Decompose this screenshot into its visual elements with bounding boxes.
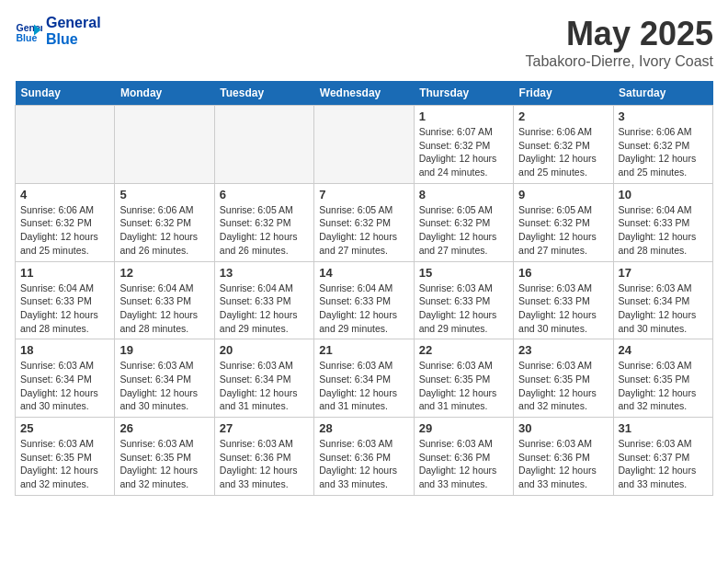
day-info: Sunrise: 6:03 AM Sunset: 6:34 PM Dayligh…: [220, 359, 309, 413]
calendar-cell: 26Sunrise: 6:03 AM Sunset: 6:35 PM Dayli…: [115, 418, 214, 496]
calendar-cell: [214, 106, 313, 184]
week-row-4: 18Sunrise: 6:03 AM Sunset: 6:34 PM Dayli…: [16, 339, 713, 418]
page-header: General Blue General Blue May 2025 Tabak…: [15, 15, 713, 70]
calendar-cell: 17Sunrise: 6:03 AM Sunset: 6:34 PM Dayli…: [613, 261, 712, 339]
week-row-3: 11Sunrise: 6:04 AM Sunset: 6:33 PM Dayli…: [16, 261, 713, 339]
day-info: Sunrise: 6:04 AM Sunset: 6:33 PM Dayligh…: [220, 282, 309, 336]
calendar-cell: 10Sunrise: 6:04 AM Sunset: 6:33 PM Dayli…: [613, 183, 712, 261]
calendar-cell: 7Sunrise: 6:05 AM Sunset: 6:32 PM Daylig…: [314, 183, 414, 261]
calendar-cell: 16Sunrise: 6:03 AM Sunset: 6:33 PM Dayli…: [514, 261, 613, 339]
day-number: 6: [220, 188, 309, 201]
calendar-cell: 20Sunrise: 6:03 AM Sunset: 6:34 PM Dayli…: [214, 339, 313, 418]
calendar-cell: 12Sunrise: 6:04 AM Sunset: 6:33 PM Dayli…: [115, 261, 214, 339]
day-info: Sunrise: 6:07 AM Sunset: 6:32 PM Dayligh…: [419, 125, 508, 179]
day-number: 4: [20, 188, 109, 201]
logo-general: General: [46, 15, 101, 31]
day-info: Sunrise: 6:03 AM Sunset: 6:36 PM Dayligh…: [518, 437, 608, 491]
calendar-cell: 5Sunrise: 6:06 AM Sunset: 6:32 PM Daylig…: [115, 183, 214, 261]
day-number: 30: [518, 421, 608, 435]
day-info: Sunrise: 6:03 AM Sunset: 6:35 PM Dayligh…: [119, 437, 209, 491]
day-info: Sunrise: 6:03 AM Sunset: 6:36 PM Dayligh…: [419, 437, 508, 491]
weekday-header-monday: Monday: [115, 81, 214, 106]
day-info: Sunrise: 6:03 AM Sunset: 6:37 PM Dayligh…: [619, 437, 708, 491]
location: Tabakoro-Dierre, Ivory Coast: [525, 53, 713, 70]
calendar-cell: 14Sunrise: 6:04 AM Sunset: 6:33 PM Dayli…: [314, 261, 414, 339]
day-info: Sunrise: 6:06 AM Sunset: 6:32 PM Dayligh…: [119, 203, 209, 258]
weekday-header-row: SundayMondayTuesdayWednesdayThursdayFrid…: [16, 81, 713, 106]
calendar-cell: 29Sunrise: 6:03 AM Sunset: 6:36 PM Dayli…: [414, 418, 513, 496]
day-info: Sunrise: 6:03 AM Sunset: 6:34 PM Dayligh…: [619, 282, 708, 336]
day-info: Sunrise: 6:03 AM Sunset: 6:35 PM Dayligh…: [20, 437, 109, 491]
calendar-cell: 3Sunrise: 6:06 AM Sunset: 6:32 PM Daylig…: [613, 106, 712, 184]
day-info: Sunrise: 6:03 AM Sunset: 6:33 PM Dayligh…: [518, 282, 608, 336]
day-number: 14: [319, 266, 408, 280]
week-row-1: 1Sunrise: 6:07 AM Sunset: 6:32 PM Daylig…: [16, 106, 713, 184]
week-row-5: 25Sunrise: 6:03 AM Sunset: 6:35 PM Dayli…: [16, 418, 713, 496]
day-number: 2: [518, 109, 608, 123]
day-number: 3: [619, 109, 708, 123]
calendar-cell: 24Sunrise: 6:03 AM Sunset: 6:35 PM Dayli…: [613, 339, 712, 418]
day-number: 17: [619, 266, 708, 280]
day-info: Sunrise: 6:03 AM Sunset: 6:36 PM Dayligh…: [220, 437, 309, 491]
day-info: Sunrise: 6:03 AM Sunset: 6:35 PM Dayligh…: [518, 359, 608, 413]
day-info: Sunrise: 6:03 AM Sunset: 6:35 PM Dayligh…: [619, 359, 708, 413]
logo-icon: General Blue: [15, 17, 42, 45]
day-number: 29: [419, 421, 508, 435]
logo-blue: Blue: [46, 31, 101, 48]
day-number: 1: [419, 109, 508, 123]
day-number: 23: [518, 343, 608, 357]
day-number: 28: [319, 421, 408, 435]
calendar-cell: 6Sunrise: 6:05 AM Sunset: 6:32 PM Daylig…: [214, 183, 313, 261]
calendar-cell: 11Sunrise: 6:04 AM Sunset: 6:33 PM Dayli…: [16, 261, 115, 339]
calendar-cell: 18Sunrise: 6:03 AM Sunset: 6:34 PM Dayli…: [16, 339, 115, 418]
calendar-cell: 19Sunrise: 6:03 AM Sunset: 6:34 PM Dayli…: [115, 339, 214, 418]
calendar-cell: 23Sunrise: 6:03 AM Sunset: 6:35 PM Dayli…: [514, 339, 613, 418]
calendar-table: SundayMondayTuesdayWednesdayThursdayFrid…: [15, 81, 713, 496]
calendar-cell: 8Sunrise: 6:05 AM Sunset: 6:32 PM Daylig…: [414, 183, 513, 261]
calendar-cell: 27Sunrise: 6:03 AM Sunset: 6:36 PM Dayli…: [214, 418, 313, 496]
day-info: Sunrise: 6:04 AM Sunset: 6:33 PM Dayligh…: [119, 282, 209, 336]
day-info: Sunrise: 6:03 AM Sunset: 6:34 PM Dayligh…: [20, 359, 109, 413]
day-number: 15: [419, 266, 508, 280]
title-block: May 2025 Tabakoro-Dierre, Ivory Coast: [525, 15, 713, 70]
day-number: 19: [119, 343, 209, 357]
calendar-cell: 2Sunrise: 6:06 AM Sunset: 6:32 PM Daylig…: [514, 106, 613, 184]
day-number: 22: [419, 343, 508, 357]
day-number: 27: [220, 421, 309, 435]
weekday-header-friday: Friday: [514, 81, 613, 106]
day-number: 9: [518, 188, 608, 201]
day-info: Sunrise: 6:06 AM Sunset: 6:32 PM Dayligh…: [20, 203, 109, 258]
day-number: 20: [220, 343, 309, 357]
calendar-cell: [115, 106, 214, 184]
weekday-header-wednesday: Wednesday: [314, 81, 414, 106]
day-info: Sunrise: 6:05 AM Sunset: 6:32 PM Dayligh…: [518, 203, 608, 258]
logo: General Blue General Blue: [15, 15, 101, 48]
day-info: Sunrise: 6:05 AM Sunset: 6:32 PM Dayligh…: [220, 203, 309, 258]
day-number: 8: [419, 188, 508, 201]
month-title: May 2025: [525, 15, 713, 53]
day-number: 24: [619, 343, 708, 357]
day-info: Sunrise: 6:06 AM Sunset: 6:32 PM Dayligh…: [619, 125, 708, 179]
calendar-cell: [314, 106, 414, 184]
weekday-header-saturday: Saturday: [613, 81, 712, 106]
day-info: Sunrise: 6:03 AM Sunset: 6:35 PM Dayligh…: [419, 359, 508, 413]
calendar-cell: 25Sunrise: 6:03 AM Sunset: 6:35 PM Dayli…: [16, 418, 115, 496]
weekday-header-sunday: Sunday: [16, 81, 115, 106]
day-number: 10: [619, 188, 708, 201]
svg-text:Blue: Blue: [17, 32, 38, 43]
day-info: Sunrise: 6:05 AM Sunset: 6:32 PM Dayligh…: [419, 203, 508, 258]
calendar-cell: 4Sunrise: 6:06 AM Sunset: 6:32 PM Daylig…: [16, 183, 115, 261]
day-number: 5: [119, 188, 209, 201]
calendar-cell: 15Sunrise: 6:03 AM Sunset: 6:33 PM Dayli…: [414, 261, 513, 339]
day-info: Sunrise: 6:05 AM Sunset: 6:32 PM Dayligh…: [319, 203, 408, 258]
calendar-cell: [16, 106, 115, 184]
day-number: 25: [20, 421, 109, 435]
day-info: Sunrise: 6:04 AM Sunset: 6:33 PM Dayligh…: [20, 282, 109, 336]
day-number: 12: [119, 266, 209, 280]
day-info: Sunrise: 6:03 AM Sunset: 6:36 PM Dayligh…: [319, 437, 408, 491]
calendar-cell: 21Sunrise: 6:03 AM Sunset: 6:34 PM Dayli…: [314, 339, 414, 418]
day-number: 7: [319, 188, 408, 201]
day-info: Sunrise: 6:03 AM Sunset: 6:33 PM Dayligh…: [419, 282, 508, 336]
weekday-header-tuesday: Tuesday: [214, 81, 313, 106]
day-info: Sunrise: 6:04 AM Sunset: 6:33 PM Dayligh…: [319, 282, 408, 336]
